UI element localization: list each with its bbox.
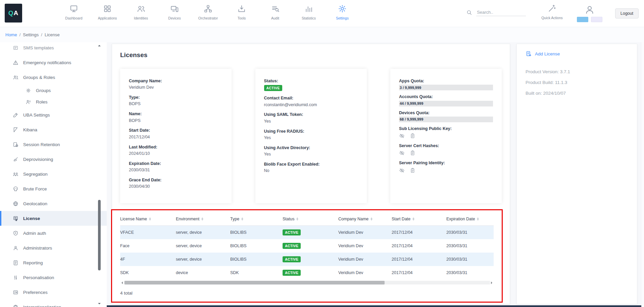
license-details-card: Company Name:Veridium Dev Type:BOPS Name… [120,69,232,203]
settings-gear-icon [338,4,347,13]
nav-item-label: Devices [168,16,181,20]
page-scrollbar[interactable] [641,42,644,307]
status-badge: ACTIVE [283,270,301,276]
nav-item-devices[interactable]: Devices [158,0,191,20]
table-header-expiration-date[interactable]: Expiration Date [446,217,494,221]
table-header-start-date[interactable]: Start Date [392,217,446,221]
nav-item-label: Identities [134,16,148,20]
quick-actions-label: Quick Actions [541,16,563,20]
sort-icon [296,217,298,221]
sidebar-item-label: Emergency notifications [23,60,71,65]
sidebar-item-personalisation[interactable]: Personalisation [0,270,107,285]
copy-icon[interactable] [410,150,415,156]
nav-item-audit[interactable]: Audit [258,0,292,20]
nav-item-orchestrator[interactable]: Orchestrator [191,0,225,20]
sidebar-item-administrators[interactable]: Administrators [0,240,107,255]
chip-light[interactable] [591,17,602,22]
table-header-environment[interactable]: Environment [176,217,230,221]
cell-type: BIOLIBS [230,230,283,235]
sidebar-item-roles[interactable]: Roles [0,96,107,107]
nav-item-settings[interactable]: Settings [326,0,359,20]
sidebar-item-sms-templates[interactable]: SMS templates [0,42,107,55]
sidebar-item-license[interactable]: License [0,211,107,226]
eye-off-icon[interactable] [399,168,405,173]
copy-icon[interactable] [410,168,415,173]
eye-off-icon[interactable] [399,150,405,156]
sidebar-item-kibana[interactable]: Kibana [0,122,107,137]
breadcrumb-home-link[interactable]: Home [5,32,17,37]
field-label: Start Date: [129,128,223,133]
header-label: Type [230,217,239,221]
user-avatar-icon[interactable] [585,5,595,15]
header-label: Status [283,217,294,221]
table-header-license-name[interactable]: License Name [120,217,176,221]
scrollbar-thumb[interactable] [125,281,385,284]
breadcrumb: Home / Settings / License [0,27,644,42]
applications-icon [103,4,112,13]
cell-start-date: 2017/12/04 [392,230,446,235]
table-header-company-name[interactable]: Company Name [338,217,392,221]
field-label: Server Cert Hashes: [399,143,493,148]
dashboard-icon [69,4,78,13]
breadcrumb-current: License [45,32,60,37]
field-label: Grace End Date: [129,177,223,183]
copy-icon[interactable] [410,133,415,139]
table-header-status[interactable]: Status [283,217,338,221]
eye-off-icon[interactable] [399,133,405,139]
devices-quota-bar: 68 / 9,999,999 [399,117,493,122]
groups-icon [26,88,32,93]
top-nav: Dashboard Applications Identities Device… [57,0,359,20]
top-bar: QA Dashboard Applications Identities Dev… [0,0,644,27]
status-badge: ACTIVE [283,256,301,262]
sidebar-item-label: Groups [36,88,51,93]
scroll-right-arrow[interactable] [491,281,494,284]
search-icon[interactable] [466,9,472,15]
sidebar-item-internationalization[interactable]: Internationalization [0,300,107,307]
cell-type: BIOLIBS [230,257,283,262]
sidebar-item-segregation[interactable]: Segregation [0,167,107,181]
sidebar-item-preferences[interactable]: Preferences [0,285,107,300]
breadcrumb-settings-link[interactable]: Settings [23,32,39,37]
table-row[interactable]: 4F server, device BIOLIBS ACTIVE Veridiu… [120,253,494,266]
nav-item-dashboard[interactable]: Dashboard [57,0,91,20]
table-row[interactable]: SDK device SDK ACTIVE Veridium Dev 2017/… [120,266,494,279]
sidebar-item-reporting[interactable]: Reporting [0,255,107,270]
nav-item-identities[interactable]: Identities [124,0,158,20]
sidebar-item-groups-roles[interactable]: Groups & Roles [0,70,107,85]
chip-blue[interactable] [577,17,588,22]
nav-item-applications[interactable]: Applications [91,0,124,20]
app-logo[interactable]: QA [5,4,22,23]
accounts-quota-value: 44 / 9,999,999 [400,101,423,105]
sidebar-item-session-retention[interactable]: Session Retention [0,137,107,152]
logout-button[interactable]: Logout [615,8,639,18]
nav-item-statistics[interactable]: Statistics [292,0,326,20]
add-license-button[interactable]: Add License [526,51,628,57]
table-header-type[interactable]: Type [230,217,283,221]
sidebar-item-admin-auth[interactable]: Admin auth [0,226,107,240]
sidebar-item-deprovisioning[interactable]: Deprovisioning [0,152,107,167]
sidebar-item-emergency-notifications[interactable]: Emergency notifications [0,55,107,70]
sidebar-item-brute-force[interactable]: Brute Force [0,181,107,196]
scroll-up-arrow[interactable] [98,44,101,46]
scroll-down-arrow[interactable] [98,303,101,306]
sidebar-item-label: Reporting [23,260,43,265]
sidebar-item-groups[interactable]: Groups [0,85,107,96]
table-row[interactable]: Face server, device BIOLIBS ACTIVE Verid… [120,239,494,253]
sidebar-item-geolocation[interactable]: Geolocation [0,196,107,211]
roles-icon [26,99,32,105]
scroll-left-arrow[interactable] [120,281,123,284]
sidebar-item-uba-settings[interactable]: UBA Settings [0,107,107,122]
field-value: BOPS [129,118,223,124]
cell-license-name: Face [120,244,176,248]
scrollbar-track[interactable] [124,281,490,284]
cell-start-date: 2017/12/04 [392,257,446,262]
administrator-person-icon [13,245,19,251]
sidebar-scrollbar-thumb[interactable] [98,200,101,270]
logo-letter-a: A [14,9,19,17]
broom-icon [13,157,19,162]
nav-item-tools[interactable]: Tools [225,0,258,20]
quick-actions-button[interactable]: Quick Actions [541,0,563,20]
table-row[interactable]: VFACE server, device BIOLIBS ACTIVE Veri… [120,226,494,239]
search-input[interactable] [476,9,526,16]
sort-icon [241,217,243,221]
